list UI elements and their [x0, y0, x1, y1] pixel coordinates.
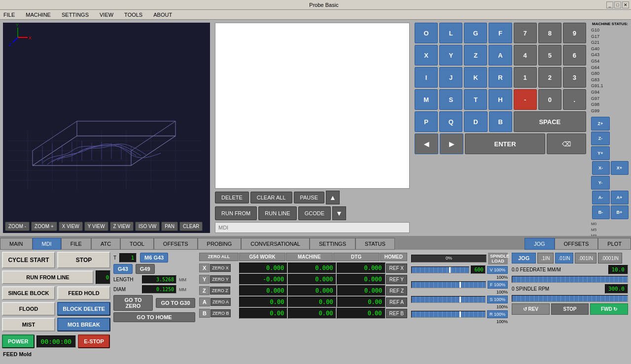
rev-button[interactable]: ↺ REV	[512, 303, 550, 315]
zero-a-button[interactable]: ZERO A	[210, 298, 231, 306]
menu-view[interactable]: VIEW	[98, 11, 115, 18]
kp-R[interactable]: R	[489, 67, 512, 88]
g49-button[interactable]: G49	[136, 264, 155, 274]
tab-probing[interactable]: PROBING	[198, 238, 242, 250]
ref-y-button[interactable]: REF Y	[386, 275, 407, 284]
delete-button[interactable]: DELETE	[215, 192, 249, 203]
z-view-button[interactable]: Z VIEW	[110, 222, 134, 231]
estop-button[interactable]: E-STOP	[78, 334, 110, 348]
kp-X[interactable]: X	[415, 45, 438, 66]
z-minus-button[interactable]: Z-	[591, 132, 610, 145]
kp-left-arrow[interactable]: ◀	[415, 133, 438, 154]
maximize-button[interactable]: □	[614, 1, 621, 8]
tab-status[interactable]: STATUS	[355, 238, 395, 250]
y-plus-button[interactable]: Y+	[591, 146, 610, 160]
kp-7[interactable]: 7	[514, 23, 537, 43]
tab-offsets-right[interactable]: OFFSETS	[555, 238, 598, 250]
kp-6[interactable]: 6	[563, 45, 586, 66]
z-plus-button[interactable]: Z+	[591, 117, 610, 131]
jog-inc-0.01in[interactable]: .01IN	[555, 253, 574, 264]
tab-settings[interactable]: SETTINGS	[310, 238, 355, 250]
kp-B[interactable]: B	[489, 111, 512, 132]
kp-F[interactable]: F	[489, 23, 512, 43]
zero-all-btn[interactable]: ZERO ALL	[199, 253, 239, 261]
zero-y-button[interactable]: ZERO Y	[210, 275, 230, 283]
menu-file[interactable]: FILE	[2, 11, 16, 18]
jog-inc-0.0001in[interactable]: .0001IN	[598, 253, 622, 264]
zoom-minus-button[interactable]: ZOOM -	[5, 222, 30, 231]
s-pct-button[interactable]: S 100%	[487, 296, 508, 303]
tab-file[interactable]: FILE	[61, 238, 91, 250]
menu-tools[interactable]: TOOLS	[123, 11, 144, 18]
spindle-stop-button[interactable]: STOP	[551, 303, 589, 315]
homed-button[interactable]: HOMED	[380, 253, 407, 261]
kp-backspace[interactable]: ⌫	[547, 133, 586, 154]
kp-1[interactable]: 1	[514, 67, 537, 88]
ref-z-button[interactable]: REF Z	[386, 286, 407, 296]
kp-L[interactable]: L	[439, 23, 462, 43]
run-from-button[interactable]: RUN FROM	[215, 206, 257, 220]
f-pct-button[interactable]: F 100%	[488, 281, 508, 289]
kp-space[interactable]: SPACE	[514, 111, 586, 132]
run-from-line-input[interactable]	[96, 270, 110, 284]
kp-Q[interactable]: Q	[439, 111, 462, 132]
close-button[interactable]: ✕	[622, 1, 629, 8]
jog-mode-button[interactable]: JOG	[512, 253, 536, 264]
kp-3[interactable]: 3	[563, 67, 586, 88]
x-minus-button[interactable]: X-	[592, 161, 610, 175]
clear-all-button[interactable]: CLEAR ALL	[250, 192, 292, 203]
g43-button[interactable]: G43	[113, 264, 133, 274]
kp-G[interactable]: G	[464, 23, 487, 43]
go-to-home-button[interactable]: GO TO HOME	[113, 312, 195, 322]
kp-S[interactable]: S	[439, 89, 462, 110]
single-block-button[interactable]: SINGLE BLOCK	[2, 286, 55, 300]
pause-button[interactable]: PAUSE	[294, 192, 324, 203]
menu-settings[interactable]: SETTINGS	[60, 11, 90, 18]
kp-J[interactable]: J	[439, 67, 462, 88]
kp-M[interactable]: M	[415, 89, 438, 110]
kp-right-arrow[interactable]: ▶	[440, 133, 463, 154]
zero-b-button[interactable]: ZERO B	[210, 309, 231, 317]
run-line-button[interactable]: RUN LINE	[258, 206, 296, 220]
b-minus-button[interactable]: B-	[592, 205, 610, 219]
block-delete-button[interactable]: BLOCK DELETE	[57, 302, 110, 316]
feed-hold-button[interactable]: FEED HOLD	[57, 286, 110, 300]
kp-A[interactable]: A	[489, 45, 512, 66]
go-to-g30-button[interactable]: GO TO G30	[156, 298, 195, 308]
v-pct-button[interactable]: V 100%	[487, 266, 508, 274]
kp-0[interactable]: 0	[538, 89, 561, 110]
mist-button[interactable]: MIST	[2, 318, 55, 331]
iso-vw-button[interactable]: ISO VW	[135, 222, 160, 231]
jog-inc-0.1in[interactable]: .1IN	[537, 253, 553, 264]
kp-D[interactable]: D	[464, 111, 487, 132]
kp-8[interactable]: 8	[538, 23, 561, 43]
kp-minus[interactable]: -	[514, 89, 537, 110]
menu-machine[interactable]: MACHINE	[24, 11, 52, 18]
y-view-button[interactable]: Y VIEW	[84, 222, 108, 231]
tab-offsets[interactable]: OFFSETS	[154, 238, 198, 250]
mo1-break-button[interactable]: MO1 BREAK	[57, 318, 110, 331]
kp-H[interactable]: H	[489, 89, 512, 110]
flood-button[interactable]: FLOOD	[2, 302, 55, 316]
run-from-line-button[interactable]: RUN FROM LINE	[2, 270, 94, 284]
kp-I[interactable]: I	[415, 67, 438, 88]
kp-4[interactable]: 4	[514, 45, 537, 66]
ref-a-button[interactable]: REF A	[386, 298, 407, 307]
tab-atc[interactable]: ATC	[91, 238, 120, 250]
kp-K[interactable]: K	[464, 67, 487, 88]
kp-P[interactable]: P	[415, 111, 438, 132]
jog-inc-0.001in[interactable]: .001IN	[575, 253, 596, 264]
tab-main[interactable]: MAIN	[0, 238, 33, 250]
tab-plot[interactable]: PLOT	[598, 238, 631, 250]
kp-9[interactable]: 9	[563, 23, 586, 43]
mdi-input[interactable]	[215, 222, 410, 233]
kp-dot[interactable]: .	[563, 89, 586, 110]
stop-button[interactable]: STOP	[57, 252, 110, 268]
kp-5[interactable]: 5	[538, 45, 561, 66]
x-view-button[interactable]: X VIEW	[59, 222, 83, 231]
kp-Z[interactable]: Z	[464, 45, 487, 66]
tab-conversational[interactable]: CONVERSATIONAL	[241, 238, 310, 250]
clear-button[interactable]: CLEAR	[179, 222, 203, 231]
ref-x-button[interactable]: REF X	[386, 264, 407, 273]
tab-tool[interactable]: TOOL	[120, 238, 154, 250]
